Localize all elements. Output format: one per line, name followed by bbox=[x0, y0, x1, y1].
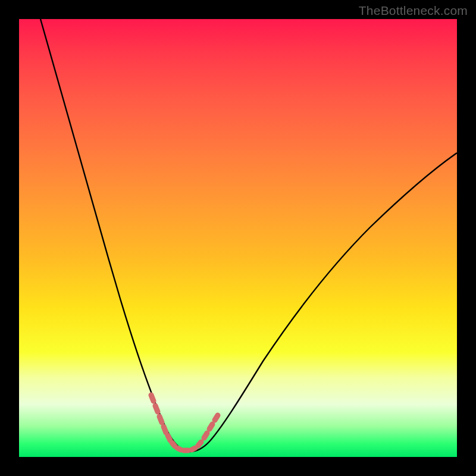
chart-svg bbox=[19, 19, 457, 457]
svg-line-3 bbox=[164, 427, 166, 433]
svg-line-8 bbox=[192, 448, 195, 450]
svg-line-10 bbox=[204, 433, 207, 438]
svg-line-5 bbox=[172, 443, 175, 446]
svg-line-1 bbox=[155, 406, 158, 412]
svg-line-4 bbox=[168, 436, 170, 440]
svg-line-11 bbox=[209, 424, 212, 429]
optimal-range-markers bbox=[151, 395, 218, 450]
svg-line-12 bbox=[215, 415, 218, 420]
svg-line-6 bbox=[177, 448, 181, 450]
svg-line-9 bbox=[198, 442, 201, 446]
plot-area bbox=[19, 19, 457, 457]
svg-line-0 bbox=[151, 395, 154, 401]
watermark-text: TheBottleneck.com bbox=[359, 4, 468, 18]
svg-line-2 bbox=[159, 416, 162, 422]
chart-frame: TheBottleneck.com bbox=[0, 0, 476, 476]
bottleneck-curve bbox=[40, 19, 457, 452]
